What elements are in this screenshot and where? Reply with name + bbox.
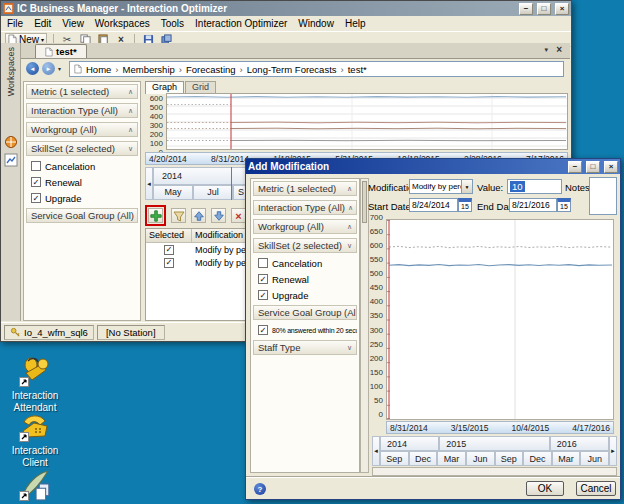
filter-header-interaction-type[interactable]: Interaction Type (All)∧ <box>26 103 138 118</box>
timeline-scroll-right[interactable]: ► <box>609 436 617 466</box>
skillset-option-upgrade[interactable]: ✓ Upgrade <box>26 192 138 204</box>
timeline-month[interactable]: Sep <box>495 451 524 466</box>
move-up-button[interactable] <box>191 208 206 223</box>
delete-modification-button[interactable]: × <box>231 208 246 223</box>
workspaces-strip-label[interactable]: Workspaces <box>6 47 16 96</box>
breadcrumb-item-forecasting[interactable]: Forecasting <box>186 64 236 75</box>
checkbox-checked[interactable]: ✓ <box>31 177 41 187</box>
value-input[interactable]: 10 <box>507 179 562 194</box>
menu-tools[interactable]: Tools <box>161 18 184 29</box>
skillset-option-cancelation[interactable]: Cancelation <box>26 160 138 172</box>
breadcrumb-item-home[interactable]: Home <box>86 64 111 75</box>
filter-header-interaction-type[interactable]: Interaction Type (All)∧ <box>253 200 357 215</box>
breadcrumb-item-long-term-forecasts[interactable]: Long-Term Forecasts <box>247 64 337 75</box>
main-chart-plot[interactable] <box>166 93 568 150</box>
checkbox-checked[interactable]: ✓ <box>31 193 41 203</box>
start-date-calendar-icon[interactable]: 15 <box>458 198 472 212</box>
filter-modifications-button[interactable] <box>171 208 186 223</box>
workspace-selector-icon[interactable] <box>4 135 18 149</box>
main-titlebar[interactable]: IC Business Manager - Interaction Optimi… <box>1 1 571 16</box>
filter-header-workgroup[interactable]: Workgroup (All)∧ <box>26 122 138 137</box>
end-date-input[interactable]: 8/21/2016 <box>509 198 557 212</box>
timeline-month[interactable]: Dec <box>409 451 438 466</box>
filter-header-metric[interactable]: Metric (1 selected)∧ <box>26 84 138 99</box>
checkbox-unchecked[interactable] <box>258 258 268 268</box>
checkbox-checked[interactable]: ✓ <box>164 258 174 268</box>
cancel-button[interactable]: Cancel <box>576 481 616 496</box>
timeline-month[interactable]: Sep <box>380 451 409 466</box>
skillset-option-renewal[interactable]: ✓ Renewal <box>26 176 138 188</box>
desktop-icon-partial[interactable] <box>3 467 67 504</box>
timeline-month[interactable]: Mar <box>437 451 466 466</box>
breadcrumb-item-membership[interactable]: Membership <box>123 64 175 75</box>
forecast-chart-icon[interactable] <box>4 153 18 167</box>
forward-button[interactable]: ► <box>42 62 55 75</box>
breadcrumb-item-test[interactable]: test* <box>348 64 367 75</box>
service-goal-option-80-answered[interactable]: ✓ 80% answered within 20 second(s <box>253 324 357 336</box>
modification-select[interactable]: Modify by percent ▼ <box>409 179 473 194</box>
timeline-scroll-left[interactable]: ◄ <box>145 167 153 200</box>
ok-button[interactable]: OK <box>526 481 564 496</box>
checkbox-checked[interactable]: ✓ <box>164 245 174 255</box>
filter-header-skillset[interactable]: SkillSet (2 selected)∨ <box>253 238 357 253</box>
filter-header-service-goal-group[interactable]: Service Goal Group (All)∧ <box>26 208 138 223</box>
timeline-scroll-left[interactable]: ◄ <box>372 436 380 466</box>
dialog-chart-plot[interactable] <box>386 219 614 420</box>
start-date-input[interactable]: 8/24/2014 <box>409 198 458 212</box>
timeline-month[interactable]: Jul <box>193 185 233 201</box>
timeline-year[interactable]: 2015 <box>439 436 550 451</box>
timeline-month[interactable]: Jun <box>580 451 609 466</box>
menu-interaction-optimizer[interactable]: Interaction Optimizer <box>195 18 287 29</box>
help-icon[interactable]: ? <box>254 483 266 495</box>
notes-textarea[interactable] <box>589 177 617 215</box>
timeline-year[interactable]: 2016 <box>550 436 609 451</box>
checkbox-checked[interactable]: ✓ <box>258 274 268 284</box>
checkbox-checked[interactable]: ✓ <box>258 325 268 335</box>
new-dropdown-icon[interactable]: ▾ <box>41 36 44 43</box>
column-header-selected[interactable]: Selected <box>146 229 192 243</box>
select-dropdown-icon[interactable]: ▼ <box>461 180 472 193</box>
desktop-icon-interaction-attendant[interactable]: Interaction Attendant <box>3 355 67 414</box>
minimize-icon[interactable]: − <box>568 161 582 173</box>
filter-header-workgroup[interactable]: Workgroup (All)∧ <box>253 219 357 234</box>
skillset-option-upgrade[interactable]: ✓ Upgrade <box>253 289 357 301</box>
timeline-month[interactable]: May <box>153 185 193 201</box>
skillset-option-renewal[interactable]: ✓ Renewal <box>253 273 357 285</box>
close-icon[interactable]: × <box>604 161 618 173</box>
filter-header-staff-type[interactable]: Staff Type∨ <box>253 340 357 355</box>
filter-header-service-goal-group[interactable]: Service Goal Group (All)∨ <box>253 305 357 320</box>
maximize-icon[interactable]: □ <box>537 3 551 15</box>
end-date-calendar-icon[interactable]: 15 <box>557 198 571 212</box>
tab-list-dropdown-icon[interactable]: ▾ <box>544 46 548 54</box>
menu-view[interactable]: View <box>62 18 84 29</box>
minimize-icon[interactable]: − <box>519 3 533 15</box>
selected-text: 10 <box>510 181 525 192</box>
dialog-titlebar[interactable]: Add Modification − □ × <box>246 159 620 174</box>
tab-close-icon[interactable]: × <box>556 44 562 55</box>
back-button[interactable]: ◄ <box>26 62 39 75</box>
breadcrumb-field[interactable]: Home › Membership › Forecasting › Long-T… <box>69 61 564 77</box>
add-modification-button[interactable] <box>148 208 163 223</box>
menu-file[interactable]: File <box>7 18 23 29</box>
timeline-month[interactable]: Dec <box>523 451 552 466</box>
timeline-year[interactable]: 2014 <box>153 167 247 185</box>
filter-header-metric[interactable]: Metric (1 selected)∧ <box>253 181 357 196</box>
checkbox-checked[interactable]: ✓ <box>258 290 268 300</box>
timeline-scrollbar[interactable] <box>372 467 617 476</box>
filter-header-skillset[interactable]: SkillSet (2 selected)∨ <box>26 141 138 156</box>
timeline-month[interactable]: Mar <box>552 451 581 466</box>
close-icon[interactable]: × <box>555 3 569 15</box>
menu-edit[interactable]: Edit <box>34 18 51 29</box>
menu-workspaces[interactable]: Workspaces <box>95 18 150 29</box>
maximize-icon[interactable]: □ <box>586 161 600 173</box>
history-dropdown-icon[interactable]: ▾ <box>58 65 61 72</box>
move-down-button[interactable] <box>211 208 226 223</box>
menu-window[interactable]: Window <box>298 18 334 29</box>
desktop-icon-interaction-client[interactable]: Interaction Client <box>3 410 67 469</box>
timeline-year[interactable]: 2014 <box>380 436 439 451</box>
skillset-option-cancelation[interactable]: Cancelation <box>253 257 357 269</box>
timeline-month[interactable]: Jun <box>466 451 495 466</box>
tab-test[interactable]: test* <box>35 44 87 58</box>
checkbox-unchecked[interactable] <box>31 161 41 171</box>
menu-help[interactable]: Help <box>345 18 366 29</box>
